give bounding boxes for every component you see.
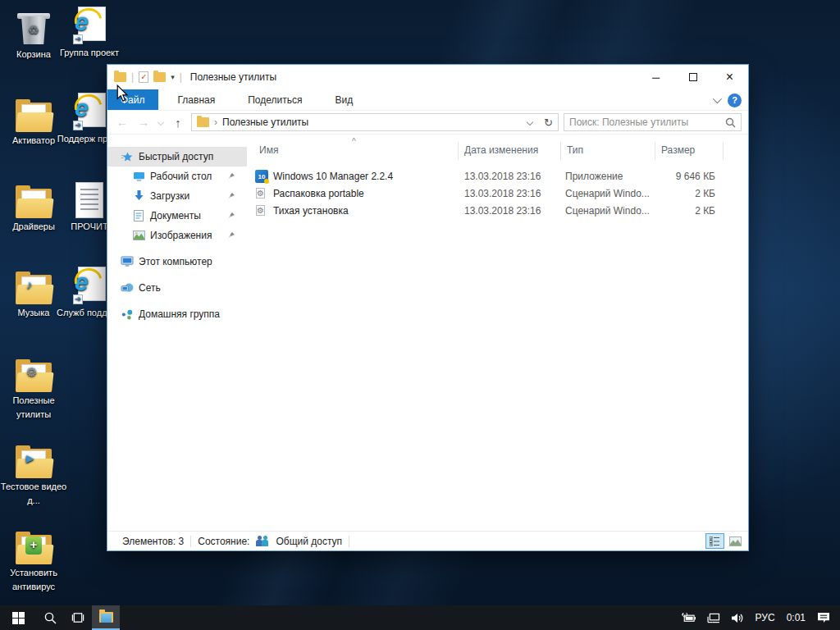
- search-input[interactable]: [569, 116, 725, 128]
- script-file-icon: ⚙: [255, 187, 268, 200]
- desktop-icon: [132, 170, 145, 183]
- desktop-icon-project-group[interactable]: e➔ Группа проект: [56, 5, 123, 60]
- help-icon[interactable]: ?: [728, 94, 742, 107]
- maximize-icon: [689, 73, 697, 81]
- folder-icon: [16, 189, 52, 218]
- explorer-window: | ▾ | Полезные утилиты ─ × Файл Главная …: [107, 64, 749, 551]
- homegroup-icon: [121, 308, 134, 321]
- network-icon: [121, 281, 134, 294]
- title-bar[interactable]: | ▾ | Полезные утилиты ─ ×: [107, 65, 748, 89]
- language-indicator[interactable]: РУС: [756, 612, 775, 623]
- maximize-button[interactable]: [674, 65, 711, 89]
- power-battery-icon[interactable]: [681, 613, 696, 623]
- properties-icon[interactable]: [139, 71, 148, 83]
- sidebar-item-documents[interactable]: Документы: [107, 206, 247, 226]
- refresh-icon[interactable]: ↻: [544, 116, 553, 129]
- details-view-icon: [710, 536, 720, 546]
- desktop-icon-test-video[interactable]: ▶ Тестовое видео д...: [0, 439, 67, 507]
- desktop-icon-useful-utilities[interactable]: ⚙ Полезные утилиты: [0, 353, 67, 421]
- minimize-button[interactable]: ─: [637, 65, 674, 89]
- sort-ascending-icon: ^: [352, 137, 356, 146]
- column-header-date[interactable]: Дата изменения: [464, 144, 538, 156]
- tab-view[interactable]: Вид: [323, 89, 364, 110]
- recent-locations-chevron-icon[interactable]: [158, 119, 164, 126]
- breadcrumb-chevron-icon[interactable]: ›: [214, 116, 217, 128]
- pin-icon: [227, 172, 235, 180]
- task-view-icon: [71, 612, 84, 623]
- collapse-ribbon-icon[interactable]: [713, 94, 722, 103]
- pin-icon: [227, 212, 235, 220]
- action-center-icon[interactable]: [817, 612, 830, 623]
- volume-icon[interactable]: [732, 613, 744, 623]
- thumbnail-view-icon: [729, 536, 742, 546]
- ribbon-tabs: Файл Главная Поделиться Вид ?: [107, 89, 748, 111]
- sidebar-item-pictures[interactable]: Изображения: [107, 226, 247, 245]
- sidebar-item-homegroup[interactable]: Домашняя группа: [107, 304, 247, 324]
- folder-antivirus-icon: +: [16, 535, 52, 564]
- tab-share[interactable]: Поделиться: [236, 89, 313, 110]
- back-icon[interactable]: ←: [114, 116, 130, 129]
- tab-home[interactable]: Главная: [167, 89, 227, 110]
- new-folder-icon[interactable]: [153, 72, 166, 82]
- status-bar: Элементов: 3 Состояние: Общий доступ: [107, 531, 748, 550]
- forward-icon[interactable]: →: [135, 116, 152, 129]
- navigation-bar: ← → ↑ › Полезные утилиты ↻: [107, 111, 748, 135]
- column-headers: ^ Имя Дата изменения Тип Размер: [247, 142, 748, 160]
- taskbar-search-button[interactable]: [36, 605, 64, 630]
- sidebar-item-this-pc[interactable]: Этот компьютер: [107, 252, 247, 272]
- breadcrumb[interactable]: Полезные утилиты: [222, 116, 308, 128]
- address-dropdown-chevron-icon[interactable]: [527, 119, 533, 126]
- task-view-button[interactable]: [64, 605, 92, 630]
- pin-icon: [227, 192, 235, 200]
- column-header-type[interactable]: Тип: [567, 144, 583, 156]
- clock[interactable]: 0:01: [787, 612, 806, 623]
- folder-icon: [16, 103, 52, 132]
- quick-access-star-icon: [121, 150, 134, 163]
- mouse-cursor: [115, 84, 130, 103]
- customize-toolbar-chevron-icon[interactable]: ▾: [171, 73, 175, 81]
- network-icon[interactable]: [707, 613, 720, 623]
- internet-explorer-icon: e➔: [73, 93, 106, 130]
- sidebar-item-desktop[interactable]: Рабочий стол: [107, 167, 247, 186]
- column-header-name[interactable]: Имя: [259, 144, 278, 156]
- taskbar: РУС 0:01: [0, 605, 840, 630]
- column-header-size[interactable]: Размер: [661, 144, 695, 156]
- navigation-pane: Быстрый доступ Рабочий стол Загрузки: [107, 135, 247, 531]
- file-row[interactable]: ⚙ Тихая установка 13.03.2018 23:16 Сцена…: [247, 203, 748, 220]
- system-tray: РУС 0:01: [681, 605, 840, 630]
- file-explorer-icon: [99, 612, 113, 623]
- file-row[interactable]: ⚙ Распаковка portable 13.03.2018 23:16 С…: [247, 185, 748, 203]
- sidebar-item-network[interactable]: Сеть: [107, 278, 247, 298]
- close-button[interactable]: ×: [711, 65, 748, 89]
- item-count: Элементов: 3: [122, 536, 184, 547]
- start-button[interactable]: [0, 605, 36, 630]
- internet-explorer-icon: e➔: [73, 7, 106, 44]
- up-icon[interactable]: ↑: [170, 116, 186, 130]
- folder-utilities-icon: ⚙: [16, 363, 52, 392]
- search-box[interactable]: [564, 113, 742, 131]
- documents-icon: [132, 209, 145, 222]
- desktop-icon-install-antivirus[interactable]: + Установить антивирус: [0, 525, 67, 593]
- search-icon[interactable]: [725, 117, 736, 128]
- sidebar-item-downloads[interactable]: Загрузки: [107, 186, 247, 206]
- address-bar[interactable]: › Полезные утилиты ↻: [191, 113, 559, 131]
- search-icon: [44, 612, 57, 624]
- file-row[interactable]: 10 Windows 10 Manager 2.2.4 13.03.2018 2…: [247, 168, 748, 185]
- this-pc-icon: [121, 255, 134, 268]
- desktop: ♻ Корзина Активатор Драйверы ♪ Музыка ⚙ …: [0, 0, 840, 630]
- folder-music-icon: ♪: [16, 275, 52, 304]
- desktop-icon-label: Группа проект: [56, 46, 123, 60]
- desktop-icon-label: Полезные утилиты: [0, 394, 67, 421]
- file-list: ^ Имя Дата изменения Тип Размер 10 Windo…: [247, 135, 748, 531]
- taskbar-file-explorer-button[interactable]: [92, 605, 120, 630]
- sidebar-item-quick-access[interactable]: Быстрый доступ: [107, 147, 247, 167]
- window-folder-icon: [114, 72, 126, 82]
- thumbnail-view-button[interactable]: [726, 533, 745, 549]
- desktop-icon-label: Установить антивирус: [0, 566, 67, 593]
- details-view-button[interactable]: [705, 533, 724, 549]
- script-file-icon: ⚙: [255, 204, 268, 217]
- text-document-icon: [75, 182, 103, 218]
- shared-users-icon: [256, 536, 269, 546]
- address-folder-icon: [197, 117, 209, 127]
- folder-video-icon: ▶: [16, 449, 52, 478]
